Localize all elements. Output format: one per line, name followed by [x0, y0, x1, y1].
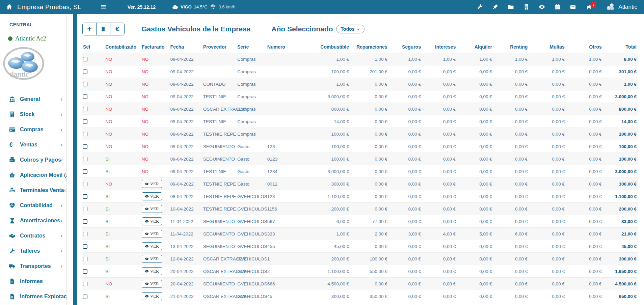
row-select-checkbox[interactable] — [83, 119, 87, 124]
sidebar-item-amortizaciones[interactable]: Amortizaciones‹ — [0, 213, 66, 228]
euro-button[interactable]: € — [110, 23, 124, 35]
contabilizado-cell: SI — [105, 265, 141, 278]
row-select-checkbox[interactable] — [83, 107, 87, 111]
mail-icon[interactable] — [570, 4, 576, 10]
add-expense-button[interactable]: + — [83, 23, 97, 35]
book-icon — [101, 26, 106, 32]
amount-cell: 0,00 € — [457, 103, 493, 115]
year-select[interactable]: Todos — [336, 25, 365, 33]
serie-cell: GVEHICULOS — [237, 278, 267, 290]
row-select-checkbox[interactable] — [83, 194, 87, 199]
ver-button[interactable]: VER — [142, 192, 162, 200]
facturado-cell: NO — [141, 53, 170, 65]
ver-label: VER — [150, 181, 159, 187]
fecha-cell: 13-04-2022 — [169, 240, 202, 253]
amount-cell: 0,00 € — [493, 103, 529, 115]
row-select-checkbox[interactable] — [83, 207, 87, 211]
contabilizado-cell: NO — [105, 53, 141, 65]
ver-button[interactable]: VER — [142, 205, 162, 213]
table-row: NONO09-04-2022Compras100,00 €201,00 €0,0… — [82, 65, 638, 78]
copy-button[interactable] — [97, 23, 110, 35]
row-select-checkbox[interactable] — [83, 169, 87, 174]
serie-cell: GVEHICULOS — [237, 215, 267, 228]
row-select-checkbox[interactable] — [83, 232, 87, 236]
company-selector[interactable]: Atlantic Ac2 — [8, 35, 66, 42]
ver-button[interactable]: VER — [142, 280, 162, 288]
ver-label: VER — [150, 194, 159, 199]
amount-cell: 0,00 € — [566, 240, 603, 253]
calendar-icon[interactable] — [554, 4, 561, 10]
sidebar-scrollbar-thumb[interactable] — [73, 14, 77, 305]
row-select-checkbox[interactable] — [83, 269, 87, 274]
amount-cell: 3.000,00 € — [312, 165, 350, 178]
sidebar-item-stock[interactable]: Stock‹ — [0, 107, 66, 122]
serie-cell: GVEHICULOS — [237, 265, 267, 278]
sidebar-item-contabilidad[interactable]: Contabilidad‹ — [0, 198, 66, 213]
eye-icon[interactable] — [539, 4, 545, 10]
row-select-checkbox[interactable] — [83, 144, 87, 149]
row-select-checkbox[interactable] — [83, 182, 87, 186]
folder-icon[interactable] — [508, 4, 514, 10]
row-select-checkbox[interactable] — [83, 132, 87, 136]
row-select-checkbox[interactable] — [83, 295, 87, 299]
central-link[interactable]: CENTRAL — [9, 22, 33, 27]
sidebar-item-label: Informes Explotacion — [20, 294, 67, 300]
amount-cell: 0,00 € — [457, 253, 493, 265]
amount-cell: 0,00 € — [389, 290, 422, 303]
row-select-checkbox[interactable] — [83, 257, 87, 261]
fecha-cell: 09-04-2022 — [169, 65, 202, 78]
tools-icon[interactable] — [477, 4, 483, 10]
ver-button[interactable]: VER — [142, 230, 162, 238]
sidebar-item-compras[interactable]: Compras‹ — [0, 122, 66, 137]
amount-cell: 0,00 € — [566, 65, 603, 78]
sidebar-item-aplicacion-movil-app[interactable]: Aplicacion Movil (APP)‹ — [0, 167, 66, 183]
sidebar-item-terminales-venta[interactable]: Terminales Venta‹ — [0, 183, 66, 198]
sidebar-item-general[interactable]: General‹ — [0, 91, 66, 107]
sidebar-item-informes[interactable]: Informes — [0, 274, 66, 289]
serie-cell: Gasto — [237, 178, 267, 190]
sidebar-item-contratos[interactable]: Contratos‹ — [0, 228, 66, 243]
amount-cell: 0,00 € — [389, 265, 422, 278]
megaphone-icon[interactable]: 7 — [585, 4, 592, 10]
home-icon[interactable] — [6, 4, 12, 10]
sidebar-item-informes-explotacion[interactable]: Informes Explotacion — [0, 289, 66, 304]
row-select-checkbox[interactable] — [83, 282, 87, 286]
amount-cell: 1,00 € — [422, 53, 457, 65]
row-select-checkbox[interactable] — [83, 157, 87, 161]
amount-cell: 100,00 € — [350, 253, 389, 265]
ver-button[interactable]: VER — [142, 217, 162, 225]
sidebar-item-label: Aplicacion Movil (APP) — [20, 172, 67, 178]
column-header-serie: Serie — [237, 43, 267, 53]
row-select-checkbox[interactable] — [83, 70, 87, 74]
ver-button[interactable]: VER — [142, 292, 162, 300]
sidebar-item-cobros-y-pagos[interactable]: Cobros y Pagos‹ — [0, 152, 66, 167]
pin-icon[interactable] — [492, 4, 499, 10]
row-select-checkbox[interactable] — [83, 244, 87, 249]
building-icon[interactable] — [523, 4, 530, 10]
sidebar-item-talleres[interactable]: Talleres‹ — [0, 243, 66, 258]
contabilizado-value: SI — [105, 231, 110, 237]
total-cell: 1,00 € — [603, 78, 638, 90]
ver-button[interactable]: VER — [142, 242, 162, 250]
amount-cell: 14,00 € — [312, 115, 350, 128]
row-select-checkbox[interactable] — [83, 82, 87, 86]
ver-button[interactable]: VER — [142, 267, 162, 275]
amount-cell: 0,00 € — [493, 178, 529, 190]
row-select-checkbox[interactable] — [83, 57, 87, 61]
amount-cell: 0,00 € — [457, 115, 493, 128]
amount-cell: 0,00 € — [493, 203, 529, 215]
amount-cell: 6,00 € — [312, 215, 350, 228]
row-select-checkbox[interactable] — [83, 94, 87, 99]
contabilizado-value: SI — [105, 194, 110, 199]
facturado-value: NO — [142, 119, 149, 124]
ver-button[interactable]: VER — [142, 180, 162, 188]
notification-badge[interactable]: 7 — [590, 2, 596, 8]
ver-button[interactable]: VER — [142, 255, 162, 263]
row-select-checkbox[interactable] — [83, 219, 87, 224]
sidebar-item-ventas[interactable]: €Ventas‹ — [0, 137, 66, 152]
sidebar-item-transportes[interactable]: Transportes‹ — [0, 258, 66, 274]
facturado-cell: VER — [141, 228, 170, 240]
brand-logo[interactable]: Atlantic — [606, 2, 637, 12]
menu-toggle-icon[interactable] — [100, 4, 107, 10]
amount-cell: 1.100,00 € — [312, 265, 350, 278]
